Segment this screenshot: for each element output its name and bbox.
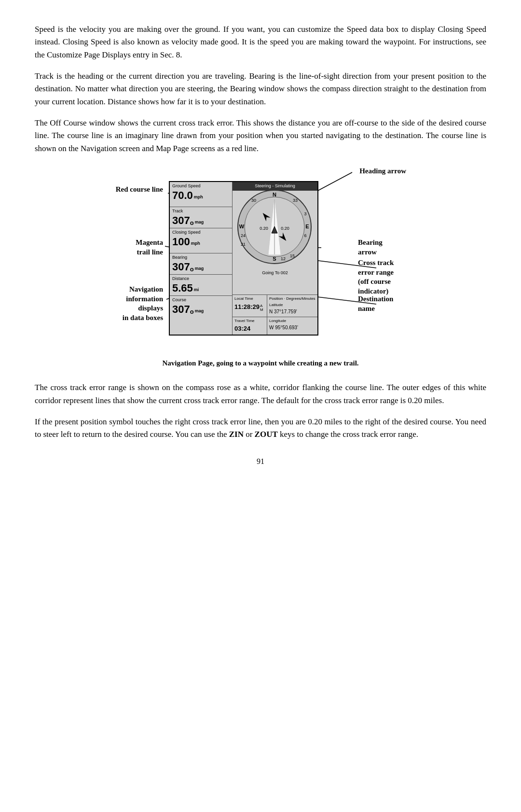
svg-text:0.20: 0.20: [281, 226, 289, 231]
zin-bold: ZIN: [229, 430, 244, 439]
bearing-box: Bearing 307o mag: [170, 253, 232, 275]
distance-label: Distance: [172, 276, 230, 282]
local-time-box: Local Time 11:28:29 A M: [233, 295, 267, 316]
course-label: Course: [172, 297, 230, 304]
heading-arrow-label: Heading arrow: [329, 167, 406, 176]
travel-time-label: Travel Time: [234, 318, 265, 324]
svg-text:12: 12: [281, 256, 286, 261]
svg-text:3: 3: [304, 211, 306, 216]
ground-speed-box: Ground Speed 70.0 mph: [170, 182, 232, 207]
course-value: 307o mag: [172, 304, 230, 315]
closing-speed-label: Closing Speed: [172, 229, 230, 236]
bottom-row-2: Travel Time 03:24 Longitude W 95°50.693': [233, 317, 317, 335]
closing-speed-value: 100 mph: [172, 236, 230, 248]
paragraph-3: The Off Course window shows the current …: [35, 117, 486, 155]
ground-speed-label: Ground Speed: [172, 183, 230, 190]
latitude-label: Latitude: [269, 302, 315, 308]
bearing-label: Bearing: [172, 254, 230, 261]
compass-rose-svg: N 33 E 3 6 S 15 12: [236, 189, 313, 265]
distance-value: 5.65 mi: [172, 282, 230, 294]
longitude-value: W 95°50.693': [269, 324, 315, 332]
svg-text:N: N: [273, 192, 276, 197]
compass-rose: N 33 E 3 6 S 15 12: [236, 189, 313, 265]
paragraph-5: If the present position symbol touches t…: [35, 416, 486, 441]
going-to-label: Going To 002: [233, 270, 317, 277]
svg-text:0.20: 0.20: [260, 226, 268, 231]
svg-text:24: 24: [241, 233, 246, 238]
local-time-display: 11:28:29 A M: [234, 302, 265, 312]
diagram-caption: Navigation Page, going to a waypoint whi…: [162, 358, 358, 369]
nav-screen: Ground Speed 70.0 mph Track 307o mag: [169, 181, 318, 336]
svg-text:21: 21: [241, 242, 246, 247]
red-course-line-label: Red course line: [92, 185, 163, 195]
paragraph-2: Track is the heading or the current dire…: [35, 70, 486, 108]
paragraph-4: The cross track error range is shown on …: [35, 381, 486, 407]
svg-text:33: 33: [293, 198, 298, 203]
track-value: 307o mag: [172, 215, 230, 226]
track-box: Track 307o mag: [170, 207, 232, 228]
local-time-value: 11:28:29: [234, 302, 260, 312]
svg-text:6: 6: [304, 233, 306, 238]
travel-time-value: 03:24: [234, 324, 265, 334]
magenta-trail-label: Magenta trail line: [92, 238, 163, 257]
svg-text:30: 30: [251, 198, 256, 203]
data-panel: Ground Speed 70.0 mph Track 307o mag: [170, 182, 233, 335]
svg-text:S: S: [273, 256, 276, 262]
svg-text:15: 15: [290, 253, 295, 258]
position-box: Position · Degrees/Minutes Latitude N 37…: [267, 295, 317, 316]
local-time-ampm: A M: [260, 304, 263, 312]
latitude-value: N 37°17.759': [269, 308, 315, 316]
track-label: Track: [172, 208, 230, 215]
bottom-boxes: Local Time 11:28:29 A M Position · Degre…: [233, 294, 317, 335]
diagram-area: Heading arrow Red course line Magenta tr…: [35, 167, 486, 378]
longitude-box: Longitude W 95°50.693': [267, 317, 317, 335]
bottom-row-1: Local Time 11:28:29 A M Position · Degre…: [233, 294, 317, 316]
bearing-value: 307o mag: [172, 261, 230, 273]
longitude-label: Longitude: [269, 318, 315, 324]
local-time-label: Local Time: [234, 296, 265, 302]
svg-text:E: E: [305, 224, 309, 229]
compass-panel: Steering - Simulating N 33 E: [233, 182, 317, 335]
paragraph-1: Speed is the velocity you are making ove…: [35, 23, 486, 61]
closing-speed-box: Closing Speed 100 mph: [170, 228, 232, 253]
bearing-arrow-label: Bearing arrow: [358, 238, 429, 257]
zout-bold: ZOUT: [255, 430, 278, 439]
diagram-wrapper: Heading arrow Red course line Magenta tr…: [92, 167, 429, 355]
svg-text:W: W: [239, 224, 245, 229]
travel-time-box: Travel Time 03:24: [233, 317, 267, 335]
position-label: Position · Degrees/Minutes: [269, 296, 315, 302]
page-number: 91: [35, 456, 486, 468]
distance-box: Distance 5.65 mi: [170, 275, 232, 296]
cross-track-label: Cross track error range (off course indi…: [358, 258, 429, 296]
nav-info-label: Navigation information displays in data …: [92, 285, 163, 322]
ground-speed-value: 70.0 mph: [172, 190, 230, 201]
destination-name-label: Destination name: [358, 294, 429, 313]
course-box: Course 307o mag: [170, 296, 232, 317]
